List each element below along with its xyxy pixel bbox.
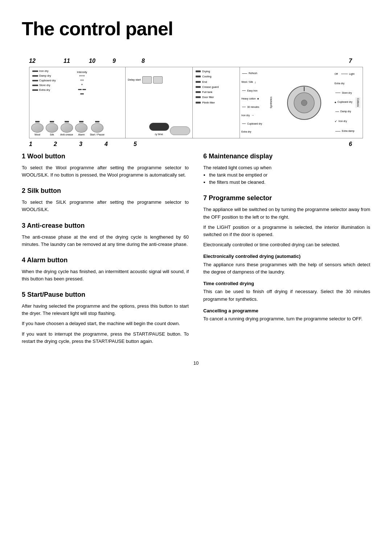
lbl-refresh: Refresh [241, 72, 269, 75]
lbl-extra-damp-r-text: Extra damp [342, 129, 355, 133]
page-number: 10 [22, 360, 370, 367]
light-ind-door-filter [196, 96, 201, 98]
silk-btn[interactable] [46, 123, 58, 133]
lbl-iron-dry-dial: Iron dry → [241, 113, 269, 117]
num-4: 4 [105, 140, 134, 149]
section-6-bullets: the tank must be emptied or the filters … [209, 171, 370, 186]
bullet-1: the tank must be emptied or [209, 171, 370, 179]
intensity-label: Intensity [77, 70, 87, 74]
bullet-2: the filters must be cleaned. [209, 179, 370, 186]
light-cooling: Cooling [196, 74, 237, 78]
delay-plus-btn[interactable] [153, 76, 163, 84]
ind-bar-cupboard-dry [32, 80, 38, 81]
top-number-row: 12 11 10 9 8 7 [22, 54, 370, 67]
programme-selector-dial[interactable] [286, 85, 322, 121]
delay-minus-btn[interactable] [142, 76, 152, 84]
light-ind-plinth-filter [196, 102, 201, 104]
cottons-label: Cottons [355, 97, 361, 108]
light-full-tank: Full tank [196, 90, 237, 94]
section-3-heading: 3 Anti-crease button [22, 221, 189, 231]
silk-indicator [50, 121, 54, 122]
section-1-body: To select the Wool programme after setti… [22, 164, 189, 179]
cottons-label-area: Cottons [355, 69, 361, 136]
startpause-indicator [95, 121, 99, 122]
num-2: 2 [54, 140, 79, 149]
lbl-off-text: Off [335, 72, 338, 76]
wool-btn-label: Wool [34, 133, 40, 136]
startpause-oval-btn[interactable] [170, 126, 190, 135]
intensity-bars [77, 88, 87, 96]
num-8: 8 [142, 57, 185, 65]
panel-section-d: Refresh Wool / Silk ↓ Easy iron Heavy co… [240, 67, 363, 138]
startpause-btn[interactable] [91, 123, 103, 133]
lbl-heavy-cotton-text: Heavy cotton [241, 97, 256, 101]
section-4-body: When the drying cycle has finished, an i… [22, 268, 189, 283]
section-7-body3: Electronically controlled or time contro… [203, 241, 370, 248]
sub2-body: This can be used to finish off drying if… [203, 288, 370, 303]
num-7-top: 7 [349, 57, 352, 65]
lbl-refresh-text: Refresh [249, 72, 257, 75]
lbl-iron-dry-dial-text: Iron dry [241, 114, 250, 117]
lbl-cupboard-dry-dial-text: Cupboard dry [247, 122, 262, 126]
lbl-cupboard-dry-r-text: Cupboard dry [338, 100, 352, 104]
control-panel: Iron dry Damp dry Cupboard dry Store dry [29, 67, 363, 138]
section-1: 1 Wool button To select the Wool program… [22, 151, 189, 179]
panel-section-b: Delay start ry time [126, 67, 193, 138]
intensity-panel: Intensity ++++++ [77, 70, 87, 96]
lbl-wool-silk-text: Wool / Silk [241, 80, 253, 84]
section-5-body1: After having selected the programme and … [22, 303, 189, 317]
num-3: 3 [79, 140, 105, 149]
ind-bar-damp-dry [32, 75, 38, 77]
light-label-end: End [202, 80, 207, 84]
iron-dry-arrow: → [251, 113, 254, 117]
startpause-btn-label: Start / Pause [90, 133, 104, 136]
anticrease-button-col: Anti-crease [60, 121, 73, 136]
light-label-door-filter: Door filter [202, 95, 214, 99]
light-label-cooling: Cooling [202, 74, 211, 78]
panel-section-c: Drying Cooling End Crease guard Full tan… [193, 67, 240, 138]
ry-time-label: ry time [155, 132, 163, 136]
light-ind-drying [196, 70, 201, 72]
synthetics-label-area: Synthetics [269, 69, 273, 136]
section-2-heading: 2 Silk button [22, 186, 189, 196]
light-ind-crease-guard [196, 86, 201, 88]
delay-label: Delay start [128, 78, 141, 82]
num-6: 6 [349, 140, 352, 149]
num-12: 12 [29, 57, 64, 65]
ind-bar-store-dry [32, 85, 38, 86]
off-dash [341, 74, 348, 74]
right-column: 6 Maintenance display The related light … [203, 151, 370, 352]
num-1: 1 [29, 140, 54, 149]
page-title: The control panel [22, 15, 370, 43]
light-door-filter: Door filter [196, 95, 237, 99]
alarm-btn[interactable] [75, 123, 87, 133]
ind-label-store-dry: Store dry [39, 83, 50, 88]
section-5-heading: 5 Start/Pause button [22, 290, 189, 300]
section-7-heading: 7 Programme selector [203, 193, 370, 203]
lbl-cupboard-dry-r: Cupboard dry [335, 100, 355, 104]
lbl-easy-iron: Easy iron [241, 89, 269, 93]
content-grid: 1 Wool button To select the Wool program… [22, 151, 370, 352]
left-column: 1 Wool button To select the Wool program… [22, 151, 189, 352]
time-display-btn[interactable] [149, 123, 169, 131]
damp-dry-dash [335, 112, 339, 112]
lbl-store-dry-r-text: Store dry [342, 91, 352, 95]
lbl-light-text: Light [349, 72, 355, 76]
lbl-damp-dry-r-text: Damp dry [340, 110, 351, 113]
light-label-crease-guard: Crease guard [202, 85, 219, 89]
section-1-heading: 1 Wool button [22, 151, 189, 161]
light-label-full-tank: Full tank [202, 90, 212, 94]
wool-btn[interactable] [31, 123, 44, 133]
iron-dry-arrow-r: ↙ [335, 119, 337, 123]
anticrease-btn[interactable] [61, 123, 73, 133]
dial-right-labels: Off Light Extra dry Store dry Cupboard d… [335, 69, 355, 136]
silk-button-col: Silk [46, 121, 58, 136]
control-panel-diagram: 12 11 10 9 8 7 Iron dry Damp dry [22, 54, 370, 151]
lbl-30-text: 30 minutes [247, 105, 259, 109]
lbl-iron-dry-r: ↙ Iron dry [335, 119, 355, 123]
light-plinth-filter: Plinth filter [196, 101, 237, 105]
light-end: End [196, 80, 237, 84]
wool-button-col: Wool [31, 121, 44, 136]
dial-left-labels: Refresh Wool / Silk ↓ Easy iron Heavy co… [241, 69, 269, 136]
alarm-button-col: Alarm [75, 121, 87, 136]
